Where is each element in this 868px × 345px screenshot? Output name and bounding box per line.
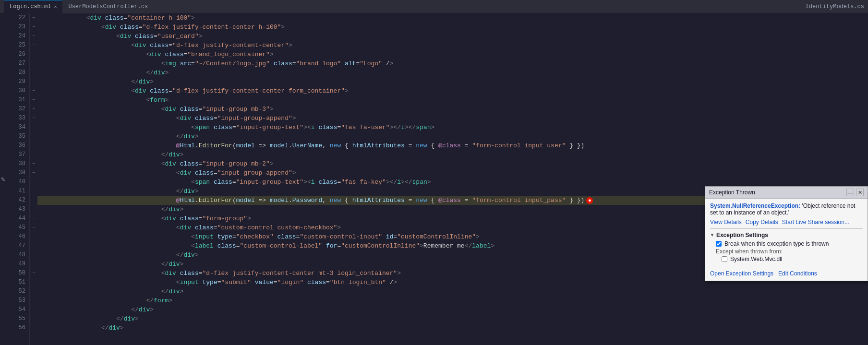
fold-indicator-34 <box>30 123 37 132</box>
collapse-triangle: ▼ <box>710 233 714 238</box>
minimize-button[interactable]: — <box>846 189 854 196</box>
line-number-gutter: 2223242526272829303132333435363738394041… <box>6 13 30 345</box>
code-line-56[interactable]: </div> <box>37 323 868 333</box>
fold-indicator-30[interactable]: − <box>30 86 37 95</box>
fold-indicator-43 <box>30 205 37 214</box>
line-number-54: 54 <box>6 305 25 314</box>
code-line-31[interactable]: <form> <box>37 95 868 105</box>
code-line-54[interactable]: </div> <box>37 305 868 314</box>
fold-indicator-52 <box>30 287 37 296</box>
line-number-48: 48 <box>6 250 25 260</box>
code-line-55[interactable]: </div> <box>37 314 868 323</box>
exception-popup: Exception Thrown — ✕ System.NullReferenc… <box>705 186 868 281</box>
separator <box>710 228 863 229</box>
line-number-37: 37 <box>6 150 25 159</box>
code-line-53[interactable]: </form> <box>37 296 868 305</box>
line-number-38: 38 <box>6 159 25 168</box>
line-number-39: 39 <box>6 168 25 178</box>
fold-indicator-40 <box>30 178 37 187</box>
code-line-23[interactable]: <div class="d-flex justify-content-cente… <box>37 23 868 32</box>
line-number-41: 41 <box>6 187 25 196</box>
code-line-33[interactable]: <div class="input-group-append"> <box>37 114 868 123</box>
copy-details-link[interactable]: Copy Details <box>746 219 778 226</box>
code-line-28[interactable]: </div> <box>37 68 868 77</box>
except-when-label: Except when thrown from: <box>710 248 863 255</box>
line-number-34: 34 <box>6 123 25 132</box>
code-content[interactable]: <div class="container h-100"> <div class… <box>37 13 868 345</box>
settings-header[interactable]: ▼ Exception Settings <box>710 232 863 238</box>
code-line-40[interactable]: <span class="input-group-text"><i class=… <box>37 178 868 187</box>
fold-indicator-31[interactable]: − <box>30 95 37 105</box>
dll-label: System.Web.Mvc.dll <box>730 256 782 262</box>
line-number-53: 53 <box>6 296 25 305</box>
exception-title: Exception Thrown <box>709 189 846 196</box>
fold-indicator-54 <box>30 305 37 314</box>
left-indicator: ✎ <box>0 13 6 345</box>
fold-indicator-42 <box>30 196 37 205</box>
fold-indicator-25[interactable]: − <box>30 41 37 50</box>
tab-usermodels-controller[interactable]: UserModelsController.cs <box>62 0 154 13</box>
code-line-39[interactable]: <div class="input-group-append"> <box>37 168 868 178</box>
line-number-46: 46 <box>6 232 25 241</box>
view-details-link[interactable]: View Details <box>710 219 742 226</box>
code-line-26[interactable]: <div class="brand_logo_container"> <box>37 50 868 59</box>
tab-login-close[interactable]: ✕ <box>54 4 57 10</box>
line-number-45: 45 <box>6 223 25 232</box>
line-number-32: 32 <box>6 105 25 114</box>
fold-indicator-51 <box>30 278 37 287</box>
fold-indicator-50[interactable]: − <box>30 269 37 278</box>
code-line-38[interactable]: <div class="input-group mb-2"> <box>37 159 868 168</box>
fold-indicator-45[interactable]: − <box>30 223 37 232</box>
line-number-36: 36 <box>6 141 25 150</box>
exception-type: System.NullReferenceException: <box>710 202 800 209</box>
fold-indicator-37 <box>30 150 37 159</box>
code-line-37[interactable]: </div> <box>37 150 868 159</box>
fold-indicator-55 <box>30 314 37 323</box>
fold-indicator-26[interactable]: − <box>30 50 37 59</box>
fold-indicator-39[interactable]: − <box>30 168 37 178</box>
code-area: ✎ 22232425262728293031323334353637383940… <box>0 13 868 345</box>
code-line-34[interactable]: <span class="input-group-text"><i class=… <box>37 123 868 132</box>
code-line-27[interactable]: <img src="~/Content/logo.jpg" class="bra… <box>37 59 868 68</box>
code-line-36[interactable]: @Html.EditorFor(model => model.UserName,… <box>37 141 868 150</box>
line-number-42: 42 <box>6 196 25 205</box>
dll-checkbox[interactable] <box>722 256 727 262</box>
code-line-30[interactable]: <div class="d-flex justify-content-cente… <box>37 86 868 95</box>
exception-settings-section: ▼ Exception Settings Break when this exc… <box>710 232 863 262</box>
error-icon-42: ● <box>586 197 593 204</box>
fold-indicator-23[interactable]: − <box>30 23 37 32</box>
break-when-label: Break when this exception type is thrown <box>724 240 829 247</box>
dll-exception-row: System.Web.Mvc.dll <box>710 256 863 262</box>
code-line-22[interactable]: <div class="container h-100"> <box>37 13 868 23</box>
line-number-51: 51 <box>6 278 25 287</box>
fold-column: −−−−−−−−−−−−−− <box>30 13 37 345</box>
open-exception-settings-link[interactable]: Open Exception Settings <box>710 270 773 277</box>
edit-conditions-link[interactable]: Edit Conditions <box>778 270 817 277</box>
fold-indicator-49 <box>30 260 37 269</box>
code-line-24[interactable]: <div class="user_card"> <box>37 32 868 41</box>
close-button[interactable]: ✕ <box>856 189 864 196</box>
code-line-25[interactable]: <div class="d-flex justify-content-cente… <box>37 41 868 50</box>
fold-indicator-29 <box>30 77 37 86</box>
break-when-checkbox[interactable] <box>716 241 722 247</box>
code-line-32[interactable]: <div class="input-group mb-3"> <box>37 105 868 114</box>
exception-header-buttons: — ✕ <box>846 189 864 196</box>
fold-indicator-38[interactable]: − <box>30 159 37 168</box>
live-share-link[interactable]: Start Live Share session... <box>782 219 849 226</box>
code-line-52[interactable]: </div> <box>37 287 868 296</box>
code-line-35[interactable]: </div> <box>37 132 868 141</box>
fold-indicator-32[interactable]: − <box>30 105 37 114</box>
fold-indicator-24[interactable]: − <box>30 32 37 41</box>
line-number-28: 28 <box>6 68 25 77</box>
fold-indicator-56 <box>30 323 37 333</box>
line-number-49: 49 <box>6 260 25 269</box>
settings-label: Exception Settings <box>716 232 768 238</box>
code-line-29[interactable]: </div> <box>37 77 868 86</box>
line-number-27: 27 <box>6 59 25 68</box>
fold-indicator-22[interactable]: − <box>30 13 37 23</box>
line-number-52: 52 <box>6 287 25 296</box>
tab-login-cshtml[interactable]: Login.cshtml ✕ <box>4 0 62 13</box>
fold-indicator-47 <box>30 241 37 250</box>
fold-indicator-44[interactable]: − <box>30 214 37 223</box>
fold-indicator-33[interactable]: − <box>30 114 37 123</box>
